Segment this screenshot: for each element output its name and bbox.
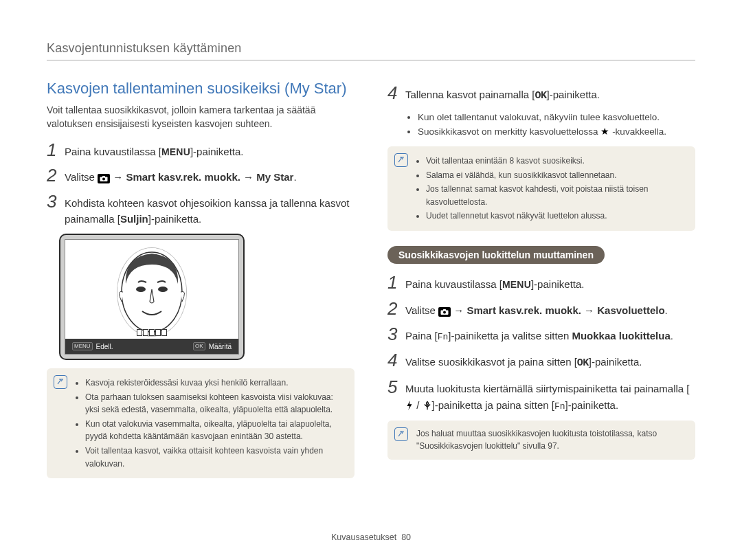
step-number: 3 bbox=[47, 192, 58, 210]
step-number: 2 bbox=[387, 300, 398, 317]
left-steps: 1 Paina kuvaustilassa [MENU]-painiketta.… bbox=[47, 141, 355, 227]
sub-bullets: Kun olet tallentanut valokuvat, näkyviin… bbox=[405, 111, 695, 139]
step-5: 5 Muuta luokitusta kiertämällä siirtymis… bbox=[387, 378, 695, 413]
note-icon bbox=[54, 375, 67, 389]
step-number: 4 bbox=[387, 84, 398, 102]
ok-key: OK bbox=[535, 90, 546, 102]
progress-indicator bbox=[137, 329, 167, 336]
note-box-right-2: Jos haluat muuttaa suosikkikasvojen luok… bbox=[387, 421, 695, 460]
section-title: Kasvojen tallentaminen suosikeiksi (My S… bbox=[47, 80, 355, 98]
menu-key: MENU bbox=[502, 279, 531, 290]
step-1: 1 Paina kuvaustilassa [MENU]-painiketta. bbox=[387, 273, 695, 293]
step-number: 3 bbox=[387, 325, 398, 343]
note-icon bbox=[394, 427, 408, 441]
flash-icon bbox=[405, 401, 414, 410]
camera-icon bbox=[98, 174, 110, 183]
step-body: Paina kuvaustilassa [MENU]-painiketta. bbox=[405, 273, 695, 293]
header-title: Kasvojentunnistuksen käyttäminen bbox=[47, 41, 242, 55]
lcd-back-label: Edell. bbox=[96, 343, 113, 350]
fn-key: Fn bbox=[554, 401, 565, 412]
right-column: 4 Tallenna kasvot painamalla [OK]-painik… bbox=[387, 80, 695, 484]
step-body: Tallenna kasvot painamalla [OK]-painiket… bbox=[405, 84, 695, 104]
step-body: Valitse → Smart kasv.rek. muokk. → Kasvo… bbox=[405, 300, 695, 318]
page-header: Kasvojentunnistuksen käyttäminen bbox=[47, 41, 695, 60]
content-columns: Kasvojen tallentaminen suosikeiksi (My S… bbox=[47, 80, 695, 484]
step-number: 4 bbox=[387, 351, 398, 369]
menu-key: MENU bbox=[161, 146, 190, 157]
camera-illustration: MENU Edell. OK Määritä bbox=[59, 234, 245, 360]
step-number: 2 bbox=[47, 166, 58, 184]
step-body: Muuta luokitusta kiertämällä siirtymispa… bbox=[405, 378, 695, 413]
note-item: Voit tallentaa kasvot, vaikka ottaisit k… bbox=[85, 445, 345, 470]
step-2: 2 Valitse → Smart kasv.rek. muokk. → Kas… bbox=[387, 300, 695, 318]
ok-mini-button: OK bbox=[193, 342, 205, 350]
note-icon bbox=[394, 153, 408, 167]
lcd-set: OK Määritä bbox=[193, 342, 232, 350]
note-box-right-1: Voit tallentaa enintään 8 kasvot suosike… bbox=[387, 146, 695, 231]
note-item: Salama ei välähdä, kun suosikkikasvot ta… bbox=[426, 169, 686, 182]
step-3: 3 Paina [Fn]-painiketta ja valitse sitte… bbox=[387, 325, 695, 344]
macro-icon bbox=[423, 401, 432, 410]
lcd-set-label: Määritä bbox=[209, 343, 232, 350]
note-item: Kun otat valokuvia vasemmalta, oikealta,… bbox=[85, 418, 345, 443]
step-number: 1 bbox=[387, 273, 398, 291]
lcd-screen: MENU Edell. OK Määritä bbox=[65, 239, 239, 355]
note-item: Kasvoja rekisteröidessäsi kuvaa yksi hen… bbox=[85, 377, 345, 390]
note-list: Voit tallentaa enintään 8 kasvot suosike… bbox=[416, 155, 686, 223]
camera-icon bbox=[438, 307, 451, 317]
section-intro: Voit tallentaa suosikkikasvot, jolloin k… bbox=[47, 103, 355, 131]
note-item: Ota parhaan tuloksen saamiseksi kohteen … bbox=[85, 391, 345, 416]
step-number: 5 bbox=[387, 378, 398, 396]
star-icon: ★ bbox=[600, 126, 609, 137]
svg-point-2 bbox=[102, 178, 105, 181]
fn-key: Fn bbox=[438, 332, 449, 342]
step-body: Kohdista kohteen kasvot ohjesoikion kans… bbox=[65, 192, 355, 227]
guide-oval bbox=[117, 248, 186, 336]
svg-rect-1 bbox=[102, 176, 105, 178]
page-number: 80 bbox=[401, 533, 411, 542]
note-list: Kasvoja rekisteröidessäsi kuvaa yksi hen… bbox=[76, 377, 345, 470]
step-4: 4 Tallenna kasvot painamalla [OK]-painik… bbox=[387, 84, 695, 104]
note-text: Jos haluat muuttaa suosikkikasvojen luok… bbox=[416, 427, 686, 453]
right-steps: 1 Paina kuvaustilassa [MENU]-painiketta.… bbox=[387, 273, 695, 414]
right-step4: 4 Tallenna kasvot painamalla [OK]-painik… bbox=[387, 84, 695, 104]
left-column: Kasvojen tallentaminen suosikeiksi (My S… bbox=[47, 80, 355, 484]
sub-item: Suosikkikasvot on merkitty kasvoluettelo… bbox=[418, 125, 695, 139]
page-footer: Kuvausasetukset 80 bbox=[0, 533, 742, 542]
menu-mini-button: MENU bbox=[72, 342, 93, 350]
footer-label: Kuvausasetukset bbox=[331, 533, 396, 542]
step-2: 2 Valitse → Smart kasv.rek. muokk. → My … bbox=[47, 166, 355, 185]
step-body: Valitse suosikkikasvot ja paina sitten [… bbox=[405, 351, 695, 371]
step-4: 4 Valitse suosikkikasvot ja paina sitten… bbox=[387, 351, 695, 371]
step-body: Paina kuvaustilassa [MENU]-painiketta. bbox=[65, 141, 355, 160]
svg-rect-7 bbox=[443, 309, 446, 311]
step-body: Valitse → Smart kasv.rek. muokk. → My St… bbox=[65, 166, 355, 185]
note-box-left: Kasvoja rekisteröidessäsi kuvaa yksi hen… bbox=[47, 368, 355, 478]
ok-key: OK bbox=[577, 357, 589, 369]
step-3: 3 Kohdista kohteen kasvot ohjesoikion ka… bbox=[47, 192, 355, 227]
step-body: Paina [Fn]-painiketta ja valitse sitten … bbox=[405, 325, 695, 344]
step-number: 1 bbox=[47, 141, 58, 159]
lcd-back: MENU Edell. bbox=[72, 342, 113, 350]
lcd-bottom-bar: MENU Edell. OK Määritä bbox=[65, 339, 238, 354]
svg-point-8 bbox=[443, 311, 446, 313]
step-1: 1 Paina kuvaustilassa [MENU]-painiketta. bbox=[47, 141, 355, 160]
pill-heading: Suosikkikasvojen luokittelun muuttaminen bbox=[387, 246, 605, 264]
note-item: Jos tallennat samat kasvot kahdesti, voi… bbox=[426, 183, 686, 208]
sub-item: Kun olet tallentanut valokuvat, näkyviin… bbox=[418, 111, 695, 125]
note-item: Uudet tallennetut kasvot näkyvät luettel… bbox=[426, 210, 686, 223]
note-item: Voit tallentaa enintään 8 kasvot suosike… bbox=[426, 155, 686, 168]
